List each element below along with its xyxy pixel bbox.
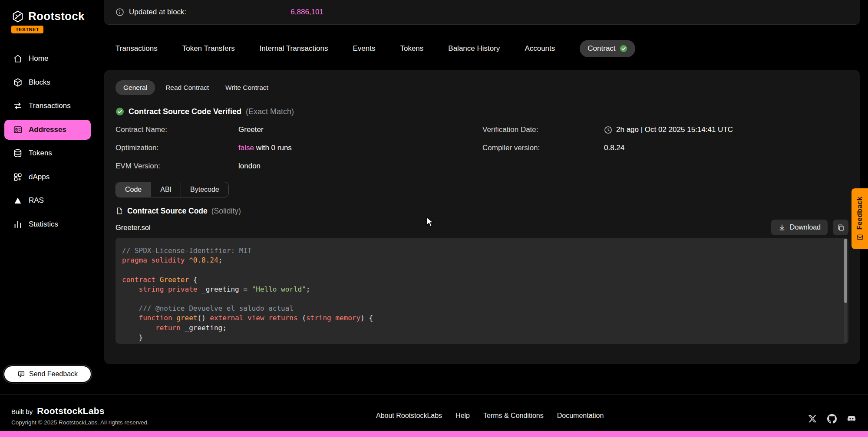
tab-events[interactable]: Events — [353, 44, 375, 53]
tab-balance-history[interactable]: Balance History — [448, 44, 500, 53]
brand-name: Rootstock — [28, 10, 85, 23]
subtab-read-contract[interactable]: Read Contract — [159, 80, 215, 95]
tab-transactions[interactable]: Transactions — [116, 44, 158, 53]
footer-links: About RootstockLabsHelpTerms & Condition… — [376, 412, 604, 420]
tab-label: Token Transfers — [182, 44, 235, 53]
tab-contract[interactable]: Contract — [580, 40, 635, 57]
feedback-side-tab[interactable]: Feedback — [851, 188, 868, 249]
sidebar-item-label: Addresses — [29, 125, 66, 134]
tab-accounts[interactable]: Accounts — [525, 44, 555, 53]
info-icon — [116, 8, 124, 16]
source-code-viewer: // SPDX-License-Identifier: MITpragma so… — [116, 238, 848, 344]
code-view-switcher: CodeABIBytecode — [116, 182, 229, 197]
sidebar-item-blocks[interactable]: Blocks — [4, 72, 91, 92]
optimization-runs: with 0 runs — [254, 144, 292, 152]
code-scrollbar-thumb[interactable] — [844, 239, 847, 303]
subtab-write-contract[interactable]: Write Contract — [219, 80, 274, 95]
sidebar-item-label: Statistics — [29, 220, 58, 229]
rootstock-logo[interactable]: Rootstock — [0, 0, 95, 23]
send-feedback-button[interactable]: Send Feedback — [4, 366, 91, 382]
sidebar-item-transactions[interactable]: Transactions — [4, 96, 91, 116]
source-file-row: Greeter.sol Download — [116, 219, 848, 236]
sidebar-item-addresses[interactable]: Addresses — [4, 120, 91, 140]
verified-suffix: (Exact Match) — [246, 107, 294, 116]
evm-version-value: london — [238, 157, 482, 175]
source-code-header: Contract Source Code (Solidity) — [116, 206, 848, 216]
sidebar-item-dapps[interactable]: dApps — [4, 167, 91, 187]
code-line: function greet() external view returns (… — [122, 313, 838, 323]
tab-label: Contract — [587, 44, 615, 53]
sidebar-item-home[interactable]: Home — [4, 49, 91, 69]
optimization-flag: false — [238, 144, 254, 152]
feedback-tab-label: Feedback — [856, 197, 864, 230]
footer-link-help[interactable]: Help — [455, 412, 470, 420]
code-line: string private _greeting = "Hello world"… — [122, 285, 838, 294]
source-code-title: Contract Source Code — [127, 207, 208, 216]
built-by-label: Built by — [11, 408, 33, 415]
tab-label: Transactions — [116, 44, 158, 53]
address-tabs: TransactionsToken TransfersInternal Tran… — [116, 39, 635, 58]
verified-check-icon — [116, 107, 124, 116]
optimization-label: Optimization: — [116, 139, 238, 157]
feedback-envelope-icon — [856, 233, 864, 241]
tab-label: Balance History — [448, 44, 500, 53]
verified-title: Contract Source Code Verified — [129, 107, 241, 116]
code-tab-bytecode[interactable]: Bytecode — [181, 182, 228, 197]
footer-link-documentation[interactable]: Documentation — [557, 412, 604, 420]
sidebar-item-statistics[interactable]: Statistics — [4, 214, 91, 234]
block-number-link[interactable]: 6,886,101 — [290, 8, 323, 16]
app-root: Rootstock TESTNET HomeBlocksTransactions… — [0, 0, 868, 437]
contract-name-label: Contract Name: — [116, 121, 238, 139]
sidebar-nav: HomeBlocksTransactionsAddressesTokensdAp… — [4, 49, 91, 238]
code-line: // SPDX-License-Identifier: MIT — [122, 246, 838, 256]
download-icon — [778, 223, 786, 231]
addresses-icon — [13, 125, 23, 135]
compiler-version-label: Compiler version: — [482, 139, 604, 157]
sidebar-item-label: Tokens — [29, 149, 52, 158]
testnet-badge: TESTNET — [11, 26, 43, 33]
github-icon[interactable] — [827, 414, 837, 424]
footer-link-about[interactable]: About RootstockLabs — [376, 412, 442, 420]
footer-link-terms[interactable]: Terms & Conditions — [483, 412, 544, 420]
tab-label: Events — [353, 44, 375, 53]
code-line — [122, 294, 838, 304]
bottom-accent-bar — [0, 431, 868, 437]
x-twitter-icon[interactable] — [807, 414, 818, 424]
rootstock-logo-icon — [11, 10, 24, 23]
sidebar-item-ras[interactable]: RAS — [4, 191, 91, 210]
blocks-icon — [13, 78, 23, 87]
contract-subtabs: GeneralRead ContractWrite Contract — [116, 81, 848, 95]
transactions-icon — [13, 101, 23, 111]
verified-banner: Contract Source Code Verified (Exact Mat… — [116, 106, 848, 117]
source-code-language: (Solidity) — [211, 207, 241, 216]
tab-internal-transactions[interactable]: Internal Transactions — [260, 44, 328, 53]
tab-token-transfers[interactable]: Token Transfers — [182, 44, 235, 53]
subtab-general[interactable]: General — [116, 80, 155, 95]
tab-label: Internal Transactions — [260, 44, 328, 53]
source-filename: Greeter.sol — [116, 223, 151, 232]
sidebar-item-label: Transactions — [29, 102, 71, 110]
statistics-icon — [13, 220, 23, 229]
tokens-icon — [13, 148, 23, 158]
tab-tokens[interactable]: Tokens — [400, 44, 423, 53]
dapps-icon — [13, 172, 23, 182]
discord-icon[interactable] — [846, 414, 857, 424]
copyright-text: Copyright © 2025 RootstockLabs. All righ… — [11, 419, 149, 426]
contract-details: Contract Name: Greeter Verification Date… — [116, 121, 848, 175]
copy-button[interactable] — [833, 220, 848, 235]
code-line: return _greeting; — [122, 323, 838, 333]
code-line: /// @notice Devuelve el saludo actual — [122, 304, 838, 313]
code-tab-abi[interactable]: ABI — [151, 182, 181, 197]
code-line — [122, 265, 838, 275]
rootstocklabs-wordmark[interactable]: RootstockLabs — [37, 406, 105, 416]
home-icon — [13, 54, 23, 63]
send-feedback-label: Send Feedback — [29, 370, 78, 378]
code-tab-code[interactable]: Code — [116, 182, 151, 197]
updated-at-label: Updated at block: — [129, 8, 186, 16]
download-button[interactable]: Download — [771, 220, 828, 235]
ras-icon — [13, 196, 23, 205]
footer: Built by RootstockLabs Copyright © 2025 … — [0, 394, 868, 431]
social-links — [807, 414, 857, 424]
tab-label: Accounts — [525, 44, 555, 53]
sidebar-item-tokens[interactable]: Tokens — [4, 143, 91, 163]
